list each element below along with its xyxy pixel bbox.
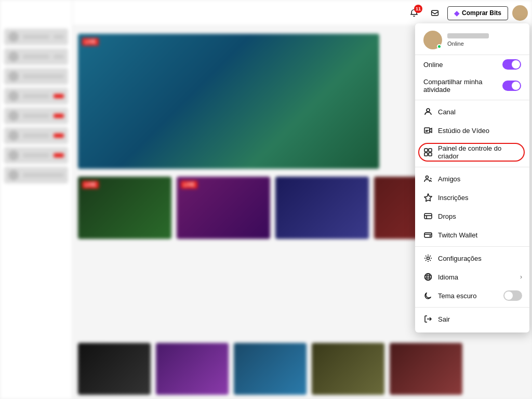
share-activity-label: Compartilhar minha atividade <box>423 78 502 94</box>
notification-button[interactable]: 11 <box>406 5 422 21</box>
drops-icon <box>423 211 433 221</box>
online-toggle-row[interactable]: Online <box>415 55 529 74</box>
svg-point-10 <box>426 176 429 179</box>
sair-icon <box>423 314 433 324</box>
svg-rect-8 <box>424 153 428 156</box>
buy-bits-label: Comprar Bits <box>462 9 501 17</box>
svg-point-1 <box>427 109 430 112</box>
configuracoes-icon <box>423 254 433 263</box>
menu-item-estudio-video[interactable]: Estúdio de Vídeo <box>415 121 529 140</box>
twitch-wallet-label: Twitch Wallet <box>438 231 477 239</box>
inscricoes-label: Inscrições <box>438 194 469 202</box>
configuracoes-label: Configurações <box>438 255 482 262</box>
idioma-label: Idioma <box>438 273 458 281</box>
inscricoes-icon <box>423 193 433 202</box>
menu-item-drops[interactable]: Drops <box>415 207 529 225</box>
buy-bits-button[interactable]: ◆ Comprar Bits <box>447 6 508 20</box>
menu-item-sair[interactable]: Sair <box>415 310 529 328</box>
svg-rect-6 <box>424 149 428 152</box>
notification-badge: 11 <box>414 5 422 13</box>
menu-item-tema-escuro[interactable]: Tema escuro <box>415 286 529 305</box>
canal-icon <box>423 107 433 116</box>
user-avatar-button[interactable] <box>512 5 528 21</box>
divider-1 <box>415 100 529 100</box>
divider-2 <box>415 167 529 167</box>
tema-escuro-icon <box>423 291 433 300</box>
share-activity-toggle-switch[interactable] <box>502 81 521 91</box>
username-blurred <box>447 33 489 38</box>
estudio-video-icon <box>423 126 433 135</box>
user-avatar <box>423 31 442 49</box>
dropdown-menu: Online Online Compartilhar minha ativida… <box>415 23 529 332</box>
menu-item-idioma[interactable]: Idioma › <box>415 268 529 286</box>
svg-rect-7 <box>429 149 432 152</box>
share-activity-toggle-row[interactable]: Compartilhar minha atividade <box>415 74 529 98</box>
drops-label: Drops <box>438 212 456 220</box>
svg-point-16 <box>427 257 430 260</box>
online-toggle-label: Online <box>423 61 443 69</box>
painel-criador-label: Painel de controle do criador <box>438 144 521 160</box>
idioma-arrow: › <box>520 273 522 281</box>
painel-criador-icon <box>423 148 433 157</box>
canal-label: Canal <box>438 108 456 116</box>
messages-button[interactable] <box>427 5 443 21</box>
sair-label: Sair <box>438 315 450 323</box>
dark-theme-toggle[interactable] <box>503 290 522 301</box>
menu-item-canal[interactable]: Canal <box>415 102 529 121</box>
menu-item-twitch-wallet[interactable]: Twitch Wallet <box>415 225 529 244</box>
menu-item-amigos[interactable]: Amigos <box>415 169 529 188</box>
amigos-label: Amigos <box>438 175 460 183</box>
divider-3 <box>415 246 529 247</box>
bg-sidebar <box>0 0 73 399</box>
svg-rect-11 <box>424 214 432 219</box>
svg-point-15 <box>430 235 431 237</box>
menu-item-inscricoes[interactable]: Inscrições <box>415 188 529 207</box>
amigos-icon <box>423 174 433 183</box>
divider-4 <box>415 307 529 308</box>
online-status: Online <box>447 41 489 47</box>
menu-item-painel-criador[interactable]: Painel de controle do criador <box>415 140 529 165</box>
idioma-icon <box>423 272 433 282</box>
svg-point-18 <box>427 274 430 281</box>
tema-escuro-label: Tema escuro <box>438 292 476 300</box>
svg-rect-9 <box>429 153 432 156</box>
user-header: Online <box>415 23 529 55</box>
twitch-wallet-icon <box>423 230 433 240</box>
online-indicator <box>437 44 442 49</box>
estudio-video-label: Estúdio de Vídeo <box>438 127 489 135</box>
top-bar: 11 ◆ Comprar Bits <box>406 0 532 26</box>
bits-icon: ◆ <box>454 9 459 17</box>
menu-item-configuracoes[interactable]: Configurações <box>415 249 529 268</box>
online-toggle-switch[interactable] <box>502 59 521 70</box>
